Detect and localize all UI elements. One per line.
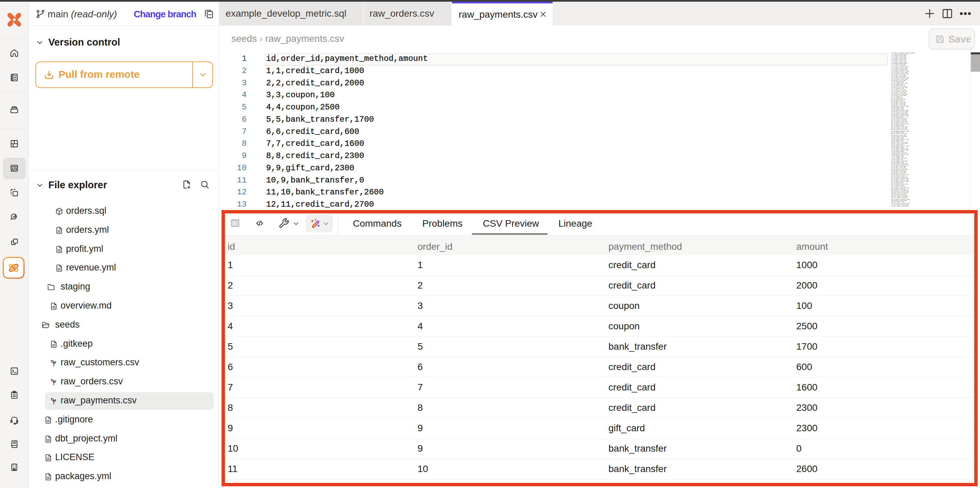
svg-text:112,88,credit_card,2700: 112,88,credit_card,2700 <box>891 206 908 207</box>
